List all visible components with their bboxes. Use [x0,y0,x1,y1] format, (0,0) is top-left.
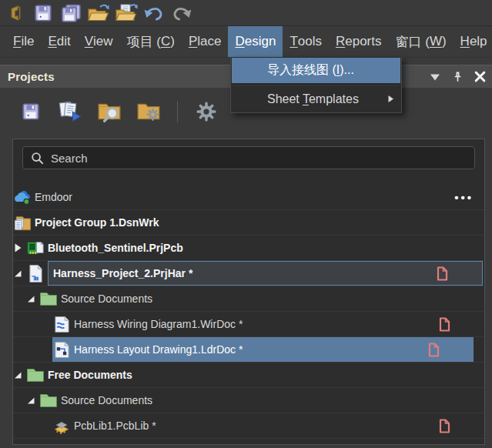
tree-row-label: Free Documents [48,369,132,381]
chevron-down-icon [429,71,441,83]
wiring-doc-icon [52,316,71,333]
tree-row-box: Project Group 1.DsnWrk [35,210,484,235]
tree-row-harness-project-2[interactable]: Harness_Project_2.PrjHar * [13,261,484,286]
menu-view[interactable]: View [78,26,120,57]
compile-documents-icon [58,100,82,123]
tree-row-label: Emdoor [35,191,72,203]
tree-row-box: Free Documents [48,363,484,387]
tree-row-harness-wiring-diagram[interactable]: Harness Wiring Diagram1.WirDoc * [13,312,484,337]
expanded-arrow-icon[interactable] [13,269,26,278]
open-button[interactable] [87,2,110,25]
explore-button[interactable] [97,100,122,123]
modified-doc-icon [428,343,440,357]
search-icon [31,152,44,165]
menu-item-import-wiring-diagram[interactable]: 导入接线图 (I)... [232,58,400,83]
quick-access-toolbar [0,0,492,26]
tree-row-box: Bluetooth_Sentinel.PrjPcb [48,236,484,260]
project-options-button[interactable] [136,100,161,123]
tree-row-label: Bluetooth_Sentinel.PrjPcb [48,242,183,254]
save-all-icon [59,2,82,25]
folder-settings-icon [136,100,161,123]
tree-row-box: Harness Wiring Diagram1.WirDoc * [74,312,484,336]
more-options-button[interactable]: ••• [454,191,474,204]
menu-file[interactable]: File [6,26,41,57]
search-input[interactable]: Search [22,146,475,169]
tree-row-free-documents[interactable]: Free Documents [13,363,484,388]
save-all-button[interactable] [59,2,82,25]
project-group-icon [13,214,32,232]
save-icon [18,100,43,123]
tree-row-source-documents-2[interactable]: Source Documents [13,388,484,413]
open-document-icon [115,2,138,25]
save-project-button[interactable] [18,100,43,123]
folder-icon [39,392,58,410]
menu-item-label: 导入接线图 (I)... [267,62,354,79]
menu-reports[interactable]: Reports [329,26,389,57]
tree-row-box: Harness Layout Drawing1.LdrDoc * [52,337,474,362]
collapsed-arrow-icon[interactable] [13,242,26,253]
altium-logo-icon [4,2,27,25]
tree-row-bluetooth-sentinel[interactable]: Bluetooth_Sentinel.PrjPcb [13,236,484,261]
tree-row-label: Project Group 1.DsnWrk [35,216,159,229]
expanded-arrow-icon[interactable] [26,294,39,303]
layout-doc-icon [52,341,71,359]
undo-button[interactable] [142,2,166,25]
panel-pin-button[interactable] [451,71,464,83]
tree-row-label: Harness Wiring Diagram1.WirDoc * [74,318,243,330]
compile-button[interactable] [58,100,82,123]
modified-doc-icon [437,266,448,281]
modified-doc-icon [439,317,450,332]
projects-tree-area: Search Emdoor•••Project Group 1.DsnWrkBl… [12,139,485,445]
panel-menu-button[interactable] [429,71,441,83]
tree-row-pcblib1[interactable]: PcbLib1.PcbLib * [13,413,484,439]
tree-row-label: PcbLib1.PcbLib * [74,420,156,432]
pcblib-icon [52,417,71,435]
altium-home-button[interactable] [4,2,27,25]
expanded-arrow-icon[interactable] [13,370,26,379]
menu-item-label: Sheet Templates [267,92,359,106]
menu-design[interactable]: Design [228,26,283,57]
open-document-button[interactable] [115,2,138,25]
design-dropdown-menu: 导入接线图 (I)...Sheet Templates [230,57,402,113]
tree-row-box: Source Documents [61,388,484,413]
redo-icon [170,2,193,25]
save-button[interactable] [32,2,55,25]
search-folder-icon [97,100,122,123]
tree-row-label: Harness_Project_2.PrjHar * [53,267,192,279]
tree-row-box: Harness_Project_2.PrjHar * [48,261,483,286]
tree-row-source-documents-1[interactable]: Source Documents [13,286,484,312]
menu-place[interactable]: Place [182,26,229,57]
tree-row-box: PcbLib1.PcbLib * [74,413,484,438]
menu-help[interactable]: Help [454,26,492,57]
close-icon [474,71,486,83]
menu-tools[interactable]: Tools [283,26,329,57]
menu-project[interactable]: 项目 (C) [120,26,182,57]
panel-close-button[interactable] [474,71,486,83]
panel-settings-button[interactable] [194,100,219,123]
toolbar-separator [177,101,178,122]
settings-gear-icon [194,100,219,123]
redo-button[interactable] [170,2,193,25]
projects-tree: Emdoor•••Project Group 1.DsnWrkBluetooth… [13,185,484,439]
pcb-project-icon [26,239,45,257]
menu-item-sheet-templates[interactable]: Sheet Templates [232,86,400,112]
tree-row-project-group[interactable]: Project Group 1.DsnWrk [13,210,484,236]
save-icon [32,2,55,25]
tree-row-harness-layout-drawing[interactable]: Harness Layout Drawing1.LdrDoc * [13,337,484,363]
menu-bar: FileEditView项目 (C)PlaceDesignToolsReport… [0,26,492,58]
menu-window[interactable]: 窗口 (W) [388,26,453,57]
projects-panel: Projects Search Emdoor•••Project Group 1… [0,65,492,448]
search-placeholder: Search [51,152,88,165]
tree-row-label: Source Documents [61,293,152,305]
tree-row-box: Source Documents [61,286,484,311]
expanded-arrow-icon[interactable] [26,396,39,405]
menu-edit[interactable]: Edit [41,26,77,57]
panel-title: Projects [8,70,55,83]
modified-doc-icon [439,419,450,433]
open-folder-icon [87,2,110,25]
pin-icon [451,71,464,83]
tree-row-label: Source Documents [61,394,152,406]
tree-row-emdoor[interactable]: Emdoor••• [13,185,484,210]
cloud-icon [13,189,32,206]
undo-icon [142,2,166,25]
